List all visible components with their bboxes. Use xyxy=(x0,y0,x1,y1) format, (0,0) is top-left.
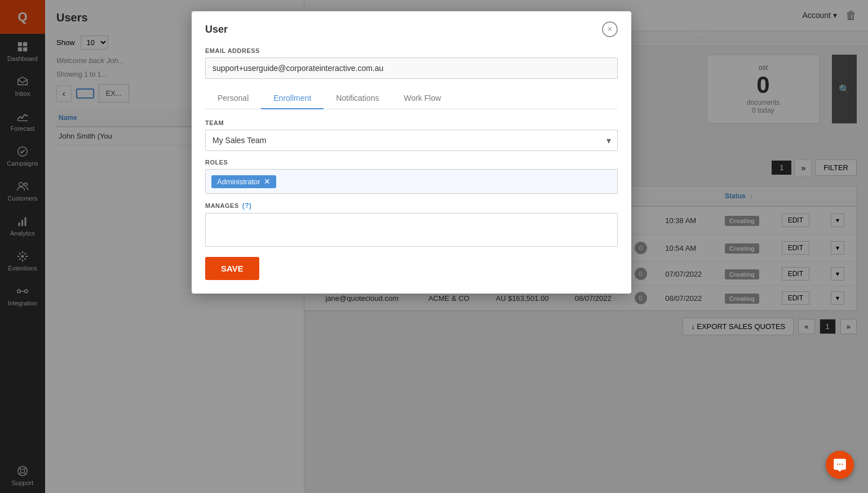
team-select-wrapper: My Sales Team Sales Team 2 ▾ xyxy=(205,130,618,151)
roles-field: Administrator ✕ xyxy=(205,169,618,194)
email-label: EMAIL ADDRESS xyxy=(205,47,618,54)
team-select[interactable]: My Sales Team Sales Team 2 xyxy=(205,130,618,151)
tab-workflow[interactable]: Work Flow xyxy=(391,88,453,109)
email-input[interactable] xyxy=(205,57,618,79)
modal-body: EMAIL ADDRESS Personal Enrollment Notifi… xyxy=(192,37,631,294)
tab-personal[interactable]: Personal xyxy=(205,88,261,109)
support-fab-button[interactable] xyxy=(826,451,854,479)
tab-enrollment[interactable]: Enrollment xyxy=(261,88,324,109)
svg-point-25 xyxy=(842,464,843,465)
modal-title: User xyxy=(205,24,228,35)
outer-modal-close-button[interactable]: × xyxy=(690,20,706,35)
modal-tabs: Personal Enrollment Notifications Work F… xyxy=(205,88,618,109)
modal-header: User × xyxy=(192,11,631,37)
role-tag-administrator: Administrator ✕ xyxy=(211,175,276,188)
team-label: TEAM xyxy=(205,119,618,126)
modal-close-button[interactable]: × xyxy=(602,21,618,37)
manages-field[interactable] xyxy=(205,213,618,247)
manages-help-icon[interactable]: (?) xyxy=(242,202,252,210)
roles-label: ROLES xyxy=(205,159,618,166)
svg-point-23 xyxy=(837,464,838,465)
chat-icon xyxy=(832,458,847,472)
user-modal: User × EMAIL ADDRESS Personal Enrollment… xyxy=(192,11,631,294)
svg-point-24 xyxy=(839,464,840,465)
save-button[interactable]: SAVE xyxy=(205,257,259,280)
tab-notifications[interactable]: Notifications xyxy=(324,88,391,109)
manages-label: MANAGES (?) xyxy=(205,202,618,210)
role-tag-remove-button[interactable]: ✕ xyxy=(264,177,271,185)
